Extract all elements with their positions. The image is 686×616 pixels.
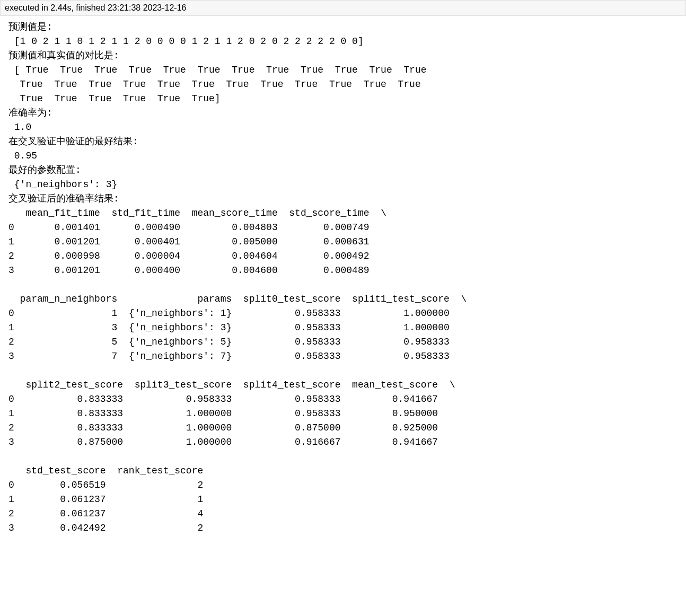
output-line: 1 0.001201 0.000401 0.005000 0.000631 — [8, 236, 386, 247]
output-line: 1.0 — [8, 122, 31, 133]
output-line: 预测值是: — [8, 22, 52, 32]
output-line: 1 0.833333 1.000000 0.958333 0.950000 — [8, 408, 455, 419]
output-line: mean_fit_time std_fit_time mean_score_ti… — [8, 208, 386, 218]
output-line: 准确率为: — [8, 108, 52, 118]
output-line: 3 0.001201 0.000400 0.004600 0.000489 — [8, 265, 386, 276]
output-line: 0 0.056519 2 — [8, 480, 215, 490]
output-line: 2 5 {'n_neighbors': 5} 0.958333 0.958333 — [8, 337, 467, 347]
output-line: 预测值和真实值的对比是: — [8, 50, 119, 61]
output-line: param_n_neighbors params split0_test_sco… — [8, 294, 467, 304]
execution-status-text: executed in 2.44s, finished 23:21:38 202… — [5, 3, 186, 12]
output-area: 预测值是: [1 0 2 1 1 0 1 2 1 1 2 0 0 0 0 1 2… — [0, 16, 686, 540]
output-line: 2 0.833333 1.000000 0.875000 0.925000 — [8, 423, 455, 433]
output-line: 0.95 — [8, 151, 37, 161]
output-line: 3 7 {'n_neighbors': 7} 0.958333 0.958333 — [8, 351, 467, 362]
output-line: 3 0.875000 1.000000 0.916667 0.941667 — [8, 437, 455, 447]
output-line: 在交叉验证中验证的最好结果: — [8, 136, 138, 147]
output-line: 0 1 {'n_neighbors': 1} 0.958333 1.000000 — [8, 308, 467, 319]
output-line: std_test_score rank_test_score — [8, 465, 215, 476]
execution-status-bar: executed in 2.44s, finished 23:21:38 202… — [0, 0, 686, 16]
output-line: split2_test_score split3_test_score spli… — [8, 380, 455, 390]
output-line: [1 0 2 1 1 0 1 2 1 1 2 0 0 0 0 1 2 1 1 2… — [8, 36, 364, 47]
output-line: True True True True True True True True … — [8, 79, 421, 90]
output-line: 最好的参数配置: — [8, 165, 81, 175]
output-line: 交叉验证后的准确率结果: — [8, 193, 119, 204]
output-line: 1 0.061237 1 — [8, 494, 215, 505]
output-line: 2 0.000998 0.000004 0.004604 0.000492 — [8, 251, 386, 261]
output-line: 2 0.061237 4 — [8, 508, 215, 519]
output-line: 0 0.001401 0.000490 0.004803 0.000749 — [8, 222, 386, 233]
output-line: 0 0.833333 0.958333 0.958333 0.941667 — [8, 394, 455, 404]
output-line: True True True True True True] — [8, 93, 221, 104]
output-line: 3 0.042492 2 — [8, 523, 215, 533]
output-line: [ True True True True True True True Tru… — [8, 65, 427, 75]
output-line: {'n_neighbors': 3} — [8, 179, 117, 190]
output-line: 1 3 {'n_neighbors': 3} 0.958333 1.000000 — [8, 322, 467, 333]
